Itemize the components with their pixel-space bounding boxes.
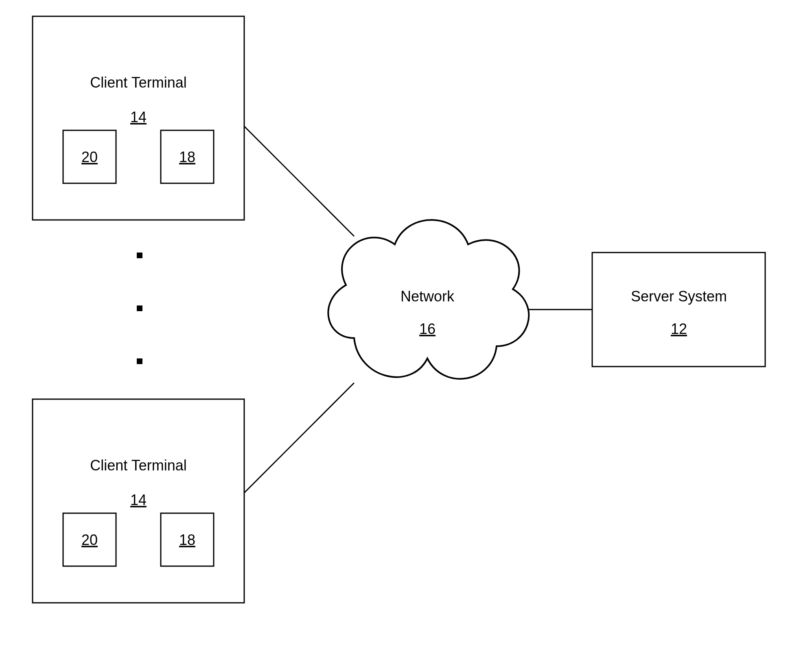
client-terminal-1-sub1: 20 <box>81 149 98 165</box>
svg-rect-4 <box>137 305 142 311</box>
server-title: Server System <box>631 288 727 305</box>
client-terminal-1-title: Client Terminal <box>90 74 186 91</box>
svg-rect-5 <box>137 358 142 364</box>
network-cloud: Network 16 <box>328 220 529 379</box>
network-title: Network <box>401 288 455 305</box>
server-system: Server System 12 <box>592 253 765 367</box>
network-ref: 16 <box>419 321 436 337</box>
client-terminal-1-ref: 14 <box>130 109 147 125</box>
link-client2-network <box>244 383 354 493</box>
client-terminal-2-sub2: 18 <box>179 532 195 548</box>
client-terminal-1: Client Terminal 14 20 18 <box>33 16 244 220</box>
svg-rect-9 <box>592 253 765 367</box>
network-diagram: Client Terminal 14 20 18 Client Terminal… <box>0 0 812 670</box>
client-terminal-2: Client Terminal 14 20 18 <box>33 399 244 603</box>
server-ref: 12 <box>671 321 687 337</box>
client-terminal-1-sub2: 18 <box>179 149 195 165</box>
vertical-ellipsis <box>137 253 142 364</box>
client-terminal-2-sub1: 20 <box>81 532 98 548</box>
link-client1-network <box>244 126 354 236</box>
client-terminal-2-ref: 14 <box>130 492 147 508</box>
svg-rect-3 <box>137 253 142 258</box>
client-terminal-2-title: Client Terminal <box>90 457 186 474</box>
